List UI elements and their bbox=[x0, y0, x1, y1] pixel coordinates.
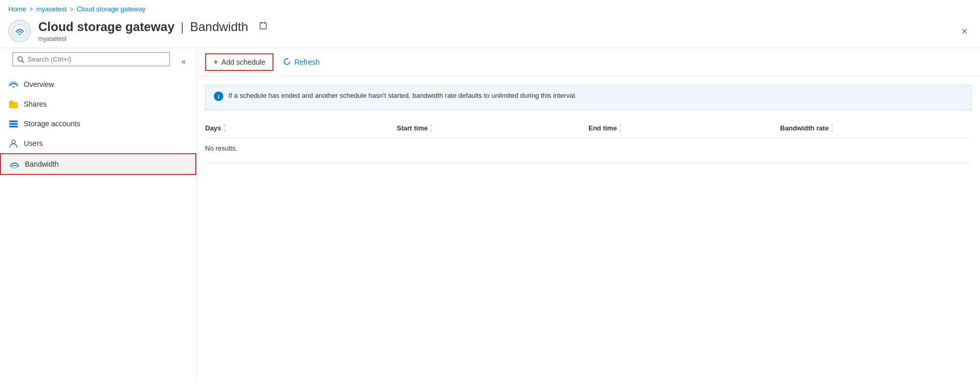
svg-point-1 bbox=[19, 34, 21, 35]
storage-accounts-icon bbox=[8, 119, 19, 129]
col-header-bandwidth-rate[interactable]: Bandwidth rate ↑ ↓ bbox=[780, 124, 972, 132]
svg-rect-10 bbox=[9, 121, 18, 122]
search-input[interactable] bbox=[27, 55, 165, 63]
collapse-sidebar-button[interactable]: « bbox=[177, 55, 190, 68]
col-header-end-time[interactable]: End time ↑ ↓ bbox=[588, 124, 780, 132]
refresh-label: Refresh bbox=[294, 58, 320, 66]
sidebar-label-users: Users bbox=[24, 139, 43, 147]
col-header-days[interactable]: Days ↑ ↓ bbox=[205, 124, 397, 132]
breadcrumb-cloud-storage-gateway[interactable]: Cloud storage gateway bbox=[77, 5, 146, 13]
info-banner-text: If a schedule has ended and another sche… bbox=[228, 92, 577, 99]
col-header-start-time[interactable]: Start time ↑ ↓ bbox=[397, 124, 588, 132]
bandwidth-icon bbox=[9, 159, 20, 169]
sort-end-time-icon: ↑ ↓ bbox=[619, 124, 621, 132]
table-bottom-divider bbox=[205, 163, 972, 163]
gateway-icon bbox=[12, 24, 27, 38]
info-banner: i If a schedule has ended and another sc… bbox=[205, 85, 972, 110]
sidebar-label-storage-accounts: Storage accounts bbox=[24, 120, 80, 128]
sidebar-label-bandwidth: Bandwidth bbox=[25, 160, 59, 168]
pin-button[interactable] bbox=[254, 19, 272, 34]
page-header: Cloud storage gateway | Bandwidth myaset… bbox=[0, 16, 980, 48]
svg-line-6 bbox=[22, 61, 24, 63]
sidebar-item-shares[interactable]: Shares bbox=[0, 94, 196, 114]
toolbar: + Add schedule Refresh bbox=[197, 48, 980, 77]
users-icon bbox=[8, 138, 19, 149]
refresh-icon bbox=[283, 57, 291, 67]
col-end-time-label: End time bbox=[588, 124, 617, 132]
search-container[interactable] bbox=[12, 52, 170, 66]
sort-start-time-icon: ↑ ↓ bbox=[430, 124, 432, 132]
close-button[interactable]: × bbox=[957, 23, 972, 39]
search-icon bbox=[17, 56, 24, 63]
svg-point-14 bbox=[14, 167, 15, 168]
page-subtitle: myasetest bbox=[38, 35, 272, 42]
svg-rect-12 bbox=[9, 126, 18, 127]
add-schedule-button[interactable]: + Add schedule bbox=[205, 53, 273, 71]
sidebar: « Overview Shares bbox=[0, 48, 197, 380]
sort-bandwidth-rate-icon: ↑ ↓ bbox=[831, 124, 833, 132]
overview-icon bbox=[8, 79, 19, 90]
sidebar-item-bandwidth[interactable]: Bandwidth bbox=[0, 153, 196, 175]
no-results-message: No results. bbox=[205, 138, 972, 158]
content-area: + Add schedule Refresh i bbox=[197, 48, 980, 380]
plus-icon: + bbox=[213, 57, 218, 67]
info-icon: i bbox=[214, 92, 223, 104]
add-schedule-label: Add schedule bbox=[221, 58, 265, 66]
breadcrumb-myasetest[interactable]: myasetest bbox=[36, 5, 67, 13]
col-bandwidth-rate-label: Bandwidth rate bbox=[780, 124, 829, 132]
sidebar-item-overview[interactable]: Overview bbox=[0, 75, 196, 94]
page-title-section: Bandwidth bbox=[190, 20, 248, 34]
breadcrumb-home[interactable]: Home bbox=[8, 5, 26, 13]
breadcrumb: Home > myasetest > Cloud storage gateway bbox=[0, 0, 980, 16]
svg-point-0 bbox=[13, 24, 26, 38]
sidebar-label-shares: Shares bbox=[24, 100, 47, 108]
col-start-time-label: Start time bbox=[397, 124, 428, 132]
refresh-button[interactable]: Refresh bbox=[276, 54, 327, 70]
svg-text:i: i bbox=[218, 94, 219, 100]
app-icon bbox=[8, 20, 31, 42]
svg-rect-2 bbox=[260, 23, 266, 29]
sidebar-item-users[interactable]: Users bbox=[0, 134, 196, 153]
svg-rect-8 bbox=[9, 102, 18, 108]
shares-icon bbox=[8, 99, 19, 109]
svg-point-7 bbox=[13, 86, 15, 88]
main-layout: « Overview Shares bbox=[0, 48, 980, 380]
svg-rect-11 bbox=[9, 123, 18, 125]
table-header: Days ↑ ↓ Start time ↑ ↓ End time bbox=[205, 119, 972, 138]
sort-days-icon: ↑ ↓ bbox=[223, 124, 225, 132]
svg-point-13 bbox=[12, 140, 16, 144]
col-days-label: Days bbox=[205, 124, 221, 132]
page-title-main: Cloud storage gateway bbox=[38, 20, 175, 34]
svg-rect-9 bbox=[9, 101, 13, 103]
pin-icon bbox=[258, 21, 268, 31]
table-container: Days ↑ ↓ Start time ↑ ↓ End time bbox=[197, 119, 980, 163]
sidebar-item-storage-accounts[interactable]: Storage accounts bbox=[0, 114, 196, 134]
sidebar-label-overview: Overview bbox=[24, 80, 54, 88]
